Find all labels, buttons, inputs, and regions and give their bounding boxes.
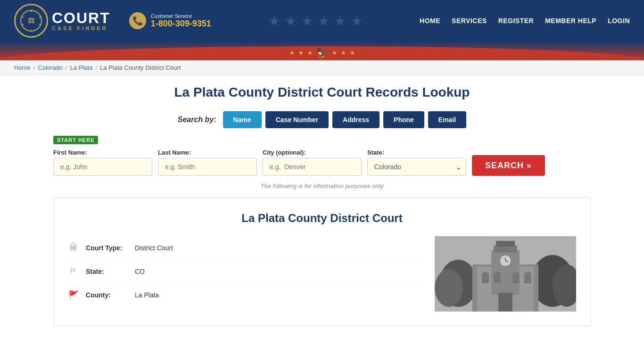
svg-text:★: ★ bbox=[39, 16, 41, 19]
tab-email[interactable]: Email bbox=[428, 111, 466, 128]
tab-address[interactable]: Address bbox=[332, 111, 380, 128]
info-note: The following is for information purpose… bbox=[53, 182, 591, 189]
breadcrumb-current: La Plata County District Court bbox=[100, 64, 181, 71]
customer-service: 📞 Customer Service 1-800-309-9351 bbox=[129, 12, 211, 29]
star-left-1: ★ bbox=[289, 49, 295, 56]
svg-text:★: ★ bbox=[39, 23, 41, 26]
star-left-2: ★ bbox=[298, 49, 304, 56]
logo-emblem: ⚖ ★ ★ ★ ★ ★ ★ bbox=[14, 4, 48, 38]
svg-text:★: ★ bbox=[22, 23, 24, 26]
state-detail-value: CO bbox=[135, 268, 145, 275]
court-type-row: 🏛 Court Type: District Court bbox=[68, 236, 421, 260]
svg-rect-22 bbox=[494, 274, 501, 283]
search-by-label: Search by: bbox=[178, 115, 216, 124]
cs-text: Customer Service 1-800-309-9351 bbox=[151, 13, 211, 29]
star-5: ★ bbox=[334, 13, 346, 29]
logo-area: ⚖ ★ ★ ★ ★ ★ ★ COURT CASE FINDER bbox=[14, 4, 110, 38]
location-icon: 🚩 bbox=[68, 290, 79, 300]
svg-rect-21 bbox=[482, 274, 489, 283]
svg-rect-17 bbox=[496, 241, 515, 247]
star-right-2: ★ bbox=[341, 49, 346, 56]
nav-login[interactable]: LOGIN bbox=[608, 17, 630, 25]
nav-home[interactable]: HOME bbox=[420, 17, 440, 25]
court-card-title: La Plata County District Court bbox=[68, 212, 576, 225]
breadcrumb-sep-3: / bbox=[95, 64, 97, 71]
search-section: Search by: Name Case Number Address Phon… bbox=[53, 111, 591, 128]
city-input[interactable] bbox=[263, 158, 362, 176]
star-1: ★ bbox=[268, 13, 280, 29]
eagle-icon: 🦅 bbox=[316, 47, 328, 58]
svg-rect-25 bbox=[498, 293, 512, 312]
svg-text:★: ★ bbox=[30, 29, 33, 32]
eagle-stars: ★ ★ ★ 🦅 ★ ★ ★ bbox=[289, 47, 355, 60]
court-type-label: Court Type: bbox=[86, 244, 128, 252]
first-name-group: First Name: bbox=[53, 149, 152, 176]
star-6: ★ bbox=[351, 13, 363, 29]
search-by-row: Search by: Name Case Number Address Phon… bbox=[53, 111, 591, 128]
search-button[interactable]: SEARCH » bbox=[472, 155, 545, 176]
page-title: La Plata County District Court Records L… bbox=[53, 85, 591, 100]
breadcrumb-sep-1: / bbox=[33, 64, 35, 71]
svg-rect-23 bbox=[512, 274, 520, 283]
tab-phone[interactable]: Phone bbox=[383, 111, 424, 128]
svg-rect-16 bbox=[494, 246, 517, 253]
svg-text:★: ★ bbox=[22, 16, 24, 19]
breadcrumb-sep-2: / bbox=[66, 64, 67, 71]
state-group: State: AlabamaAlaskaArizonaArkansasCalif… bbox=[367, 149, 466, 176]
svg-text:★: ★ bbox=[30, 10, 33, 13]
star-right-3: ★ bbox=[350, 49, 355, 56]
logo-subtitle: CASE FINDER bbox=[52, 25, 110, 31]
building-icon: 🏛 bbox=[68, 243, 79, 253]
state-label: State: bbox=[367, 149, 466, 156]
breadcrumb-home[interactable]: Home bbox=[14, 64, 31, 71]
flag-icon: 🏳 bbox=[68, 266, 79, 276]
eagle-center: ★ ★ ★ 🦅 ★ ★ ★ bbox=[289, 47, 355, 60]
court-image bbox=[435, 236, 576, 312]
court-image-area bbox=[435, 236, 576, 312]
breadcrumb-county[interactable]: La Plata bbox=[70, 64, 93, 71]
breadcrumb-bar: Home / Colorado / La Plata / La Plata Co… bbox=[0, 60, 644, 75]
svg-rect-24 bbox=[524, 274, 531, 283]
star-2: ★ bbox=[285, 13, 297, 29]
court-details: 🏛 Court Type: District Court 🏳 State: CO… bbox=[68, 236, 421, 312]
county-row: 🚩 County: La Plata bbox=[68, 283, 421, 307]
tab-name[interactable]: Name bbox=[223, 111, 262, 128]
state-select[interactable]: AlabamaAlaskaArizonaArkansasCaliforniaCo… bbox=[367, 158, 466, 176]
court-type-value: District Court bbox=[135, 244, 173, 252]
nav-member-help[interactable]: MEMBER HELP bbox=[545, 17, 596, 25]
state-row: 🏳 State: CO bbox=[68, 260, 421, 283]
eagle-banner: ★ ★ ★ 🦅 ★ ★ ★ bbox=[0, 41, 644, 60]
county-label: County: bbox=[86, 291, 128, 299]
court-info-layout: 🏛 Court Type: District Court 🏳 State: CO… bbox=[68, 236, 576, 312]
state-select-wrapper: AlabamaAlaskaArizonaArkansasCaliforniaCo… bbox=[367, 158, 466, 176]
last-name-input[interactable] bbox=[158, 158, 257, 176]
header-stars: ★ ★ ★ ★ ★ ★ bbox=[211, 13, 420, 29]
search-form-row: First Name: Last Name: City (optional): … bbox=[53, 149, 591, 176]
first-name-input[interactable] bbox=[53, 158, 152, 176]
tab-case-number[interactable]: Case Number bbox=[265, 111, 329, 128]
logo-text: COURT CASE FINDER bbox=[52, 10, 110, 31]
logo-emblem-icon: ⚖ ★ ★ ★ ★ ★ ★ bbox=[19, 9, 43, 33]
first-name-label: First Name: bbox=[53, 149, 152, 156]
last-name-group: Last Name: bbox=[158, 149, 257, 176]
breadcrumb: Home / Colorado / La Plata / La Plata Co… bbox=[14, 64, 630, 71]
phone-icon: 📞 bbox=[129, 12, 146, 29]
nav-register[interactable]: REGISTER bbox=[498, 17, 534, 25]
cs-label: Customer Service bbox=[151, 13, 211, 19]
last-name-label: Last Name: bbox=[158, 149, 257, 156]
main-content: La Plata County District Court Records L… bbox=[39, 75, 605, 336]
cs-phone: 1-800-309-9351 bbox=[151, 19, 211, 29]
breadcrumb-state[interactable]: Colorado bbox=[38, 64, 63, 71]
county-value: La Plata bbox=[135, 291, 159, 299]
start-here-badge: START HERE bbox=[53, 136, 98, 144]
city-label: City (optional): bbox=[263, 149, 362, 156]
main-nav: HOME SERVICES REGISTER MEMBER HELP LOGIN bbox=[420, 17, 630, 25]
svg-point-10 bbox=[435, 269, 463, 307]
star-4: ★ bbox=[318, 13, 330, 29]
logo-court-label: COURT bbox=[52, 10, 110, 25]
site-header: ⚖ ★ ★ ★ ★ ★ ★ COURT CASE FINDER 📞 Custom… bbox=[0, 0, 644, 60]
city-group: City (optional): bbox=[263, 149, 362, 176]
form-area: START HERE First Name: Last Name: City (… bbox=[53, 136, 591, 176]
state-detail-label: State: bbox=[86, 268, 128, 275]
nav-services[interactable]: SERVICES bbox=[452, 17, 487, 25]
